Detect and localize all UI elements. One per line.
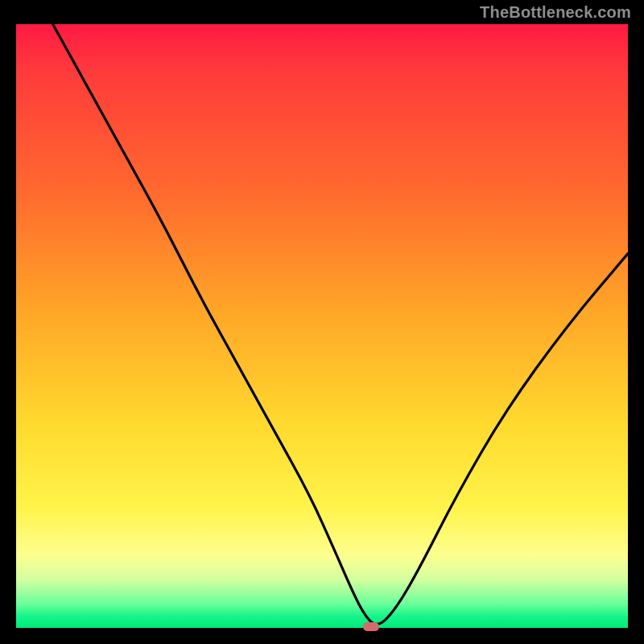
plot-area (16, 24, 628, 628)
bottleneck-curve (16, 24, 628, 628)
watermark-text: TheBottleneck.com (480, 3, 631, 22)
minimum-marker (363, 622, 379, 631)
chart-frame: TheBottleneck.com (0, 0, 644, 644)
